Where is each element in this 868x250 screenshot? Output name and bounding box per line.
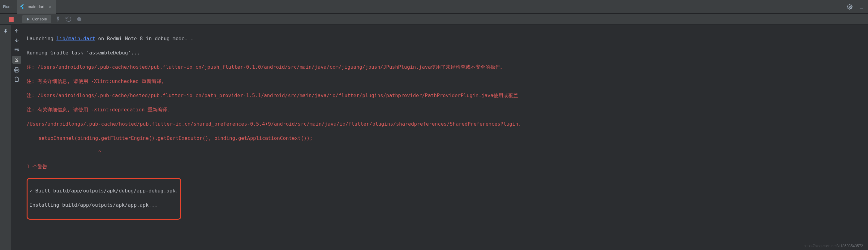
console-line-error: 注: 有关详细信息, 请使用 -Xlint:deprecation 重新编译。 [27, 106, 868, 113]
svg-point-0 [849, 6, 851, 8]
console-line-error: 注: /Users/androidlongs/.pub-cache/hosted… [27, 63, 868, 70]
console-line-error: 1 个警告 [27, 163, 868, 170]
run-header: Run: main.dart × [0, 0, 868, 13]
console-run-icon [25, 17, 30, 22]
svg-point-2 [77, 17, 81, 21]
stop-button-col [0, 13, 22, 25]
scroll-to-end-icon[interactable] [12, 56, 21, 64]
main-area: Launching lib/main.dart on Redmi Note 8 … [0, 25, 868, 250]
console-line-error: setupChannel(binding.getFlutterEngine().… [27, 134, 868, 142]
console-line-error: 注: 有关详细信息, 请使用 -Xlint:unchecked 重新编译。 [27, 77, 868, 85]
print-icon[interactable] [13, 67, 20, 73]
console-line-error: ^ [27, 149, 868, 156]
flutter-icon [20, 4, 25, 9]
console-line-error: 注: /Users/androidlongs/.pub-cache/hosted… [27, 92, 868, 99]
gear-icon[interactable] [847, 4, 852, 9]
file-link[interactable]: lib/main.dart [56, 36, 95, 41]
trash-icon[interactable] [13, 76, 20, 82]
pin-icon[interactable] [3, 28, 8, 34]
soft-wrap-icon[interactable] [13, 46, 20, 53]
close-icon[interactable]: × [49, 4, 51, 9]
watermark: https://blog.csdn.net/zl18603543572 [803, 244, 863, 248]
console-line: ✓ Built build/app/outputs/apk/debug/app-… [29, 187, 176, 194]
console-toolbar-row: Console [0, 13, 868, 25]
flash-icon[interactable] [55, 16, 61, 22]
console-line: Installing build/app/outputs/apk/app.apk… [29, 201, 176, 209]
minimize-icon[interactable] [859, 4, 864, 9]
console-line-error: /Users/androidlongs/.pub-cache/hosted/pu… [27, 120, 868, 127]
console-tab[interactable]: Console [22, 15, 51, 23]
restart-icon[interactable] [66, 16, 72, 22]
console-label: Console [32, 17, 47, 21]
pin-column [0, 25, 11, 250]
console-output[interactable]: Launching lib/main.dart on Redmi Note 8 … [22, 25, 868, 250]
run-config-tab[interactable]: main.dart × [17, 0, 56, 13]
highlight-annotation: ✓ Built build/app/outputs/apk/debug/app-… [27, 178, 181, 220]
tab-label: main.dart [28, 4, 44, 9]
devtools-icon[interactable] [76, 16, 82, 22]
console-line: Launching lib/main.dart on Redmi Note 8 … [27, 35, 868, 42]
gutter-column [11, 25, 22, 250]
stop-button[interactable] [9, 17, 13, 22]
arrow-up-icon[interactable] [13, 28, 20, 34]
console-line: Running Gradle task 'assembleDebug'... [27, 49, 868, 56]
run-label: Run: [3, 4, 11, 9]
svg-rect-4 [15, 70, 18, 72]
arrow-down-icon[interactable] [13, 37, 20, 43]
